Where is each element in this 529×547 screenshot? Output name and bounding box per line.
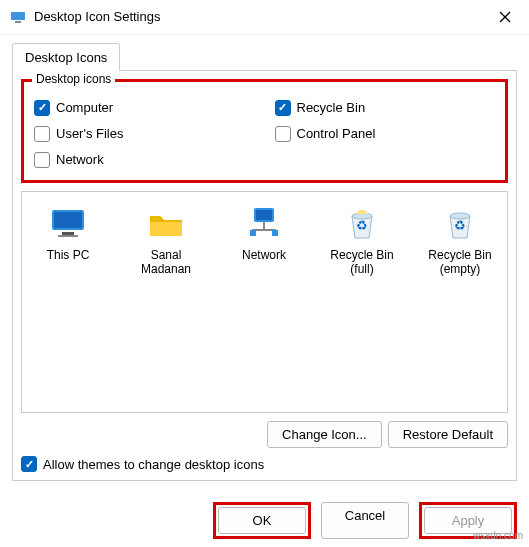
svg-rect-12 — [250, 230, 256, 236]
recycle-bin-empty-icon: ♻ — [440, 204, 480, 244]
close-icon — [499, 11, 511, 23]
tab-panel: Desktop icons Computer Recycle Bin User'… — [12, 70, 517, 481]
icon-this-pc[interactable]: This PC — [28, 204, 108, 262]
check-icon — [275, 126, 291, 142]
icon-recycle-bin-full[interactable]: ♻ Recycle Bin (full) — [322, 204, 402, 277]
tab-desktop-icons[interactable]: Desktop Icons — [12, 43, 120, 71]
monitor-icon — [48, 204, 88, 244]
recycle-bin-full-icon: ♻ — [342, 204, 382, 244]
checkbox-network[interactable]: Network — [34, 152, 255, 168]
icon-buttons-row: Change Icon... Restore Default — [21, 421, 508, 448]
icon-label: Network — [224, 248, 304, 262]
checkbox-control-panel[interactable]: Control Panel — [275, 126, 496, 142]
window-title: Desktop Icon Settings — [34, 9, 491, 24]
check-icon — [34, 126, 50, 142]
icon-label: This PC — [28, 248, 108, 262]
checkbox-label: Allow themes to change desktop icons — [43, 457, 264, 472]
icon-user-folder[interactable]: Sanal Madanan — [126, 204, 206, 277]
checkbox-label: Computer — [56, 100, 113, 115]
icon-recycle-bin-empty[interactable]: ♻ Recycle Bin (empty) — [420, 204, 500, 277]
svg-rect-5 — [54, 212, 82, 228]
check-icon — [34, 100, 50, 116]
check-icon — [21, 456, 37, 472]
svg-rect-0 — [11, 12, 25, 20]
cancel-button[interactable]: Cancel — [321, 502, 409, 539]
icon-label: Sanal Madanan — [126, 248, 206, 277]
check-icon — [34, 152, 50, 168]
icon-network[interactable]: Network — [224, 204, 304, 262]
check-icon — [275, 100, 291, 116]
restore-default-button[interactable]: Restore Default — [388, 421, 508, 448]
close-button[interactable] — [491, 3, 519, 31]
icon-preview-list[interactable]: This PC Sanal Madanan Network ♻ Recycle … — [21, 191, 508, 413]
svg-rect-1 — [15, 21, 21, 23]
dialog-button-bar: OK Cancel Apply — [0, 494, 529, 547]
watermark-text: wsxdn.com — [473, 530, 523, 541]
desktop-icons-group: Desktop icons Computer Recycle Bin User'… — [21, 79, 508, 183]
checkbox-label: User's Files — [56, 126, 124, 141]
svg-text:♻: ♻ — [454, 218, 466, 233]
checkbox-recycle-bin[interactable]: Recycle Bin — [275, 100, 496, 116]
svg-rect-13 — [272, 230, 278, 236]
group-legend: Desktop icons — [32, 72, 115, 86]
svg-rect-9 — [256, 210, 272, 220]
checkbox-label: Recycle Bin — [297, 100, 366, 115]
svg-text:♻: ♻ — [356, 218, 368, 233]
icon-label: Recycle Bin (empty) — [420, 248, 500, 277]
checkbox-grid: Computer Recycle Bin User's Files Contro… — [34, 100, 495, 168]
titlebar: Desktop Icon Settings — [0, 0, 529, 35]
folder-icon — [146, 204, 186, 244]
network-icon — [244, 204, 284, 244]
app-icon — [10, 9, 26, 25]
change-icon-button[interactable]: Change Icon... — [267, 421, 382, 448]
ok-button[interactable]: OK — [218, 507, 306, 534]
svg-rect-6 — [62, 232, 74, 235]
icon-label: Recycle Bin (full) — [322, 248, 402, 277]
dialog-window: Desktop Icon Settings Desktop Icons Desk… — [0, 0, 529, 547]
checkbox-users-files[interactable]: User's Files — [34, 126, 255, 142]
highlight-ok: OK — [213, 502, 311, 539]
tabstrip: Desktop Icons — [0, 35, 529, 71]
checkbox-label: Network — [56, 152, 104, 167]
checkbox-allow-themes[interactable]: Allow themes to change desktop icons — [21, 456, 508, 472]
checkbox-computer[interactable]: Computer — [34, 100, 255, 116]
checkbox-label: Control Panel — [297, 126, 376, 141]
svg-rect-7 — [58, 235, 78, 237]
